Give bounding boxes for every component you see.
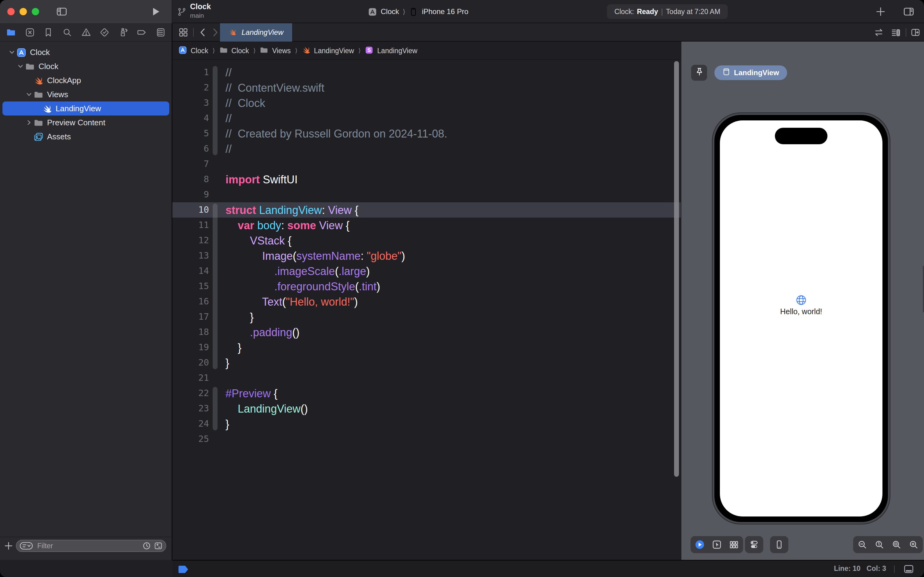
source-editor[interactable]: 1//2// ContentView.swift3// Clock4//5// … (172, 60, 681, 560)
zoom-actual-size-button[interactable] (874, 539, 885, 550)
line-number[interactable]: 7 (172, 156, 209, 172)
device-settings-button[interactable] (749, 539, 760, 550)
issues-navigator-icon[interactable] (79, 25, 93, 39)
fold-ribbon[interactable] (212, 95, 217, 111)
tree-item-preview-content[interactable]: Preview Content (2, 116, 169, 130)
line-number[interactable]: 10 (172, 202, 209, 218)
tree-item-clock[interactable]: Clock (2, 45, 169, 59)
line-number[interactable]: 25 (172, 432, 209, 447)
line-number[interactable]: 9 (172, 187, 209, 202)
close-window-button[interactable] (7, 8, 14, 15)
add-editor-icon[interactable] (911, 27, 920, 37)
line-number[interactable]: 12 (172, 233, 209, 248)
line-number[interactable]: 16 (172, 294, 209, 309)
related-items-icon[interactable] (179, 27, 188, 37)
zoom-out-button[interactable] (857, 539, 868, 550)
code-line-3[interactable]: 3// Clock (172, 95, 681, 111)
line-number[interactable]: 18 (172, 324, 209, 340)
tree-item-landingview[interactable]: LandingView (2, 102, 169, 116)
line-number[interactable]: 20 (172, 355, 209, 371)
fold-ribbon[interactable] (212, 324, 217, 340)
code-line-24[interactable]: 24} (172, 416, 681, 432)
breadcrumb-landingview[interactable]: SLandingView (365, 46, 417, 55)
line-number[interactable]: 4 (172, 111, 209, 126)
filter-scm-icon[interactable] (154, 542, 163, 550)
editor-scrollbar-thumb[interactable] (674, 61, 679, 477)
line-number[interactable]: 14 (172, 263, 209, 279)
line-number[interactable]: 15 (172, 279, 209, 294)
go-forward-icon[interactable] (210, 27, 220, 37)
line-number[interactable]: 19 (172, 340, 209, 355)
source-control-navigator-icon[interactable] (23, 25, 36, 39)
destination-name[interactable]: iPhone 16 Pro (422, 7, 468, 16)
fold-ribbon[interactable] (212, 126, 217, 141)
toggle-navigator-icon[interactable] (56, 6, 67, 17)
fold-ribbon[interactable] (212, 279, 217, 294)
line-number[interactable]: 13 (172, 248, 209, 263)
variants-button[interactable] (728, 539, 739, 550)
device-button[interactable] (774, 539, 785, 550)
fold-ribbon[interactable] (212, 203, 217, 218)
line-number[interactable]: 1 (172, 65, 209, 80)
fold-ribbon[interactable] (212, 355, 217, 369)
breadcrumb-landingview[interactable]: LandingView (302, 46, 354, 55)
code-line-9[interactable]: 9 (172, 187, 681, 202)
zoom-to-fit-button[interactable] (891, 539, 902, 550)
line-number[interactable]: 6 (172, 141, 209, 156)
tree-item-assets[interactable]: Assets (2, 130, 169, 143)
new-tab-icon[interactable] (875, 6, 886, 17)
fold-ribbon[interactable] (212, 233, 217, 248)
disclosure-down-icon[interactable] (8, 48, 16, 56)
code-line-25[interactable]: 25 (172, 432, 681, 447)
fold-ribbon[interactable] (212, 340, 217, 355)
disclosure-down-icon[interactable] (17, 62, 25, 70)
fold-ribbon[interactable] (212, 309, 217, 324)
line-number[interactable]: 11 (172, 218, 209, 233)
line-number[interactable]: 24 (172, 416, 209, 432)
code-line-2[interactable]: 2// ContentView.swift (172, 80, 681, 95)
code-line-23[interactable]: 23 LandingView() (172, 401, 681, 416)
code-line-16[interactable]: 16 Text("Hello, world!") (172, 294, 681, 309)
tab-landingview[interactable]: LandingView (220, 23, 292, 42)
editor-options-icon[interactable] (891, 27, 901, 37)
line-number[interactable]: 22 (172, 386, 209, 401)
toggle-debug-area-icon[interactable] (903, 564, 914, 575)
debug-navigator-icon[interactable] (117, 25, 130, 39)
fold-ribbon[interactable] (212, 111, 217, 126)
breadcrumb-views[interactable]: Views (260, 46, 291, 55)
code-line-22[interactable]: 22#Preview { (172, 386, 681, 401)
code-line-10[interactable]: 10struct LandingView: View { (172, 202, 681, 218)
code-line-15[interactable]: 15 .foregroundStyle(.tint) (172, 279, 681, 294)
code-line-6[interactable]: 6// (172, 141, 681, 156)
run-destination-selector[interactable]: Clock ⟩ iPhone 16 Pro (368, 5, 468, 18)
selectable-mode-button[interactable] (712, 539, 722, 550)
code-line-12[interactable]: 12 VStack { (172, 233, 681, 248)
find-navigator-icon[interactable] (61, 25, 74, 39)
fold-ribbon[interactable] (212, 263, 217, 279)
preview-device-tab[interactable]: LandingView (715, 65, 787, 80)
code-line-8[interactable]: 8import SwiftUI (172, 172, 681, 187)
disclosure-down-icon[interactable] (26, 90, 34, 98)
fold-ribbon[interactable] (212, 248, 217, 263)
run-button[interactable] (150, 6, 161, 17)
code-line-18[interactable]: 18 .padding() (172, 324, 681, 340)
fold-ribbon[interactable] (212, 80, 217, 95)
tree-item-clockapp[interactable]: ClockApp (2, 73, 169, 87)
code-line-4[interactable]: 4// (172, 111, 681, 126)
line-number[interactable]: 17 (172, 309, 209, 324)
code-line-21[interactable]: 21 (172, 371, 681, 386)
line-number[interactable]: 21 (172, 371, 209, 386)
cursor-position[interactable]: Line: 10 Col: 3 (834, 565, 886, 572)
project-navigator-icon[interactable] (4, 25, 18, 39)
code-review-icon[interactable] (874, 27, 884, 37)
fold-ribbon[interactable] (212, 218, 217, 233)
fold-ribbon[interactable] (212, 387, 217, 401)
pin-preview-button[interactable] (691, 65, 707, 81)
activity-status[interactable]: Clock: Ready | Today at 7:20 AM (607, 4, 728, 19)
code-line-20[interactable]: 20} (172, 355, 681, 371)
zoom-in-button[interactable] (908, 539, 919, 550)
line-number[interactable]: 3 (172, 95, 209, 111)
fold-ribbon[interactable] (212, 141, 217, 155)
disclosure-right-icon[interactable] (26, 119, 34, 127)
minimize-window-button[interactable] (19, 8, 27, 15)
